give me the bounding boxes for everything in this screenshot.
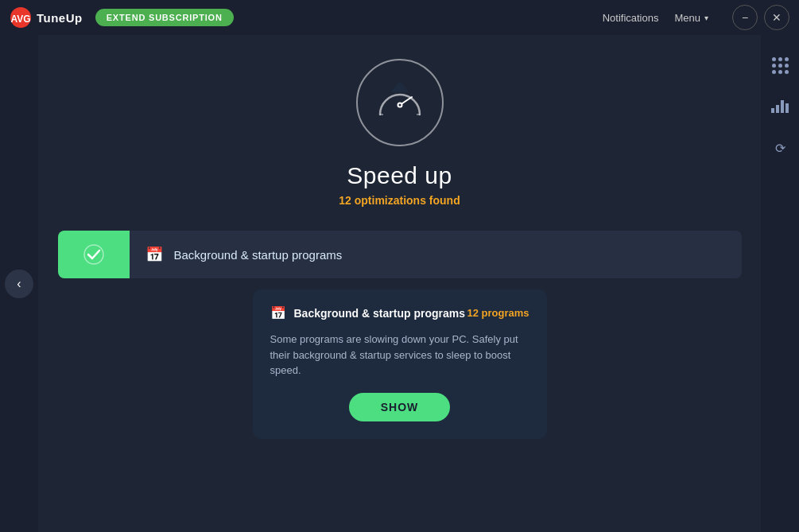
popup-title-area: 📅 Background & startup programs [270,305,465,320]
notifications-link[interactable]: Notifications [603,12,659,24]
popup-header: 📅 Background & startup programs 12 progr… [270,305,529,320]
page-title: Speed up [347,162,452,189]
speedometer-icon [356,59,444,146]
svg-point-8 [84,245,103,264]
app-name-label: TuneUp [37,11,83,25]
right-navigation: ⟳ [761,35,799,532]
main-content: Speed up 12 optimizations found 📅 Backgr… [38,35,761,532]
dots-grid-icon [772,57,789,74]
popup-card: 📅 Background & startup programs 12 progr… [253,289,547,439]
popup-title: Background & startup programs [294,307,465,320]
checkmark-icon [83,243,105,266]
popup-description: Some programs are slowing down your PC. … [270,332,529,379]
avg-logo-icon: AVG [10,6,32,29]
bar-chart-visual [771,100,789,113]
titlebar: AVG TuneUp EXTEND SUBSCRIPTION Notificat… [0,0,799,35]
dropdown-caret [390,81,409,92]
extend-subscription-button[interactable]: EXTEND SUBSCRIPTION [95,9,234,26]
svg-point-7 [398,104,401,107]
history-icon[interactable]: ⟳ [766,134,794,162]
popup-count-badge: 12 programs [467,307,529,319]
item-label-text: Background & startup programs [174,248,343,262]
grid-icon[interactable] [766,51,794,80]
show-button[interactable]: SHOW [349,393,451,421]
check-button[interactable] [58,231,130,278]
chevron-down-icon: ▾ [704,14,708,22]
menu-button[interactable]: Menu ▾ [674,12,708,24]
back-button[interactable]: ‹ [5,270,33,298]
history-icon-glyph: ⟳ [775,141,785,156]
svg-text:AVG: AVG [10,14,30,25]
menu-label: Menu [674,12,700,24]
titlebar-right: Notifications Menu ▾ − ✕ [603,5,789,30]
calendar-icon: 📅 [145,246,163,263]
bar-chart-icon[interactable] [766,92,794,121]
minimize-button[interactable]: − [732,5,758,30]
item-row: 📅 Background & startup programs [58,231,742,278]
close-button[interactable]: ✕ [764,5,789,30]
logo-area: AVG TuneUp [10,6,83,29]
window-controls: − ✕ [732,5,789,30]
item-label-bar[interactable]: 📅 Background & startup programs [130,231,742,278]
optimizations-badge: 12 optimizations found [339,194,460,207]
popup-calendar-icon: 📅 [270,305,286,320]
left-navigation: ‹ [0,35,38,532]
